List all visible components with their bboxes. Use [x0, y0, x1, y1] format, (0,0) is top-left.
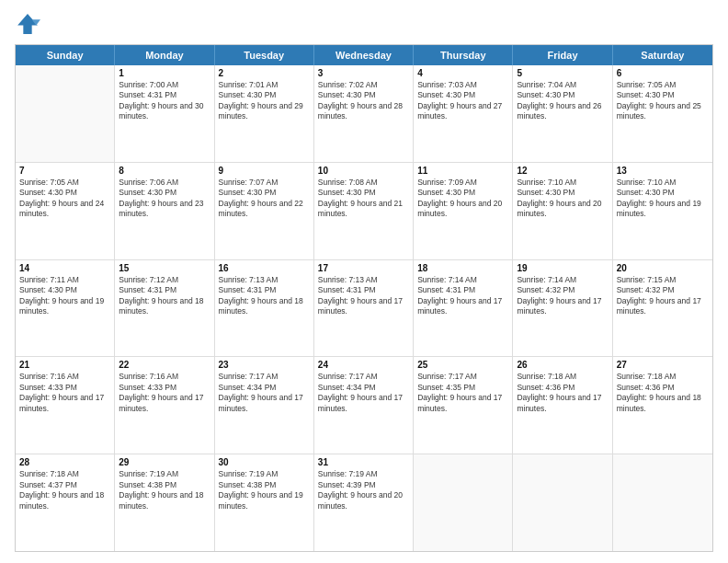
- daylight-text: Daylight: 9 hours and 22 minutes.: [219, 199, 310, 220]
- calendar-cell: 10Sunrise: 7:08 AMSunset: 4:30 PMDayligh…: [314, 163, 414, 259]
- calendar-cell: 17Sunrise: 7:13 AMSunset: 4:31 PMDayligh…: [314, 260, 414, 357]
- day-number: 1: [119, 68, 210, 78]
- sunrise-text: Sunrise: 7:10 AM: [617, 178, 709, 188]
- daylight-text: Daylight: 9 hours and 18 minutes.: [219, 296, 310, 317]
- day-number: 16: [219, 263, 310, 273]
- daylight-text: Daylight: 9 hours and 20 minutes.: [517, 199, 608, 220]
- day-number: 19: [517, 263, 608, 273]
- sunset-text: Sunset: 4:33 PM: [119, 383, 210, 393]
- calendar-cell: 7Sunrise: 7:05 AMSunset: 4:30 PMDaylight…: [16, 163, 115, 259]
- calendar-cell: 16Sunrise: 7:13 AMSunset: 4:31 PMDayligh…: [215, 260, 314, 357]
- sunset-text: Sunset: 4:37 PM: [19, 480, 110, 490]
- sunset-text: Sunset: 4:38 PM: [219, 480, 310, 490]
- calendar-cell: 25Sunrise: 7:17 AMSunset: 4:35 PMDayligh…: [414, 357, 513, 454]
- sunrise-text: Sunrise: 7:08 AM: [318, 178, 409, 188]
- sunset-text: Sunset: 4:30 PM: [617, 90, 709, 100]
- day-number: 10: [318, 166, 409, 176]
- day-number: 6: [617, 68, 709, 78]
- calendar-cell: 24Sunrise: 7:17 AMSunset: 4:34 PMDayligh…: [314, 357, 414, 454]
- day-header-monday: Monday: [115, 45, 214, 65]
- calendar-cell: 31Sunrise: 7:19 AMSunset: 4:39 PMDayligh…: [314, 454, 414, 551]
- day-header-wednesday: Wednesday: [314, 45, 414, 65]
- day-number: 24: [318, 360, 409, 370]
- day-number: 31: [318, 457, 409, 467]
- calendar-cell: 26Sunrise: 7:18 AMSunset: 4:36 PMDayligh…: [513, 357, 612, 454]
- sunrise-text: Sunrise: 7:06 AM: [119, 178, 210, 188]
- daylight-text: Daylight: 9 hours and 17 minutes.: [318, 393, 409, 414]
- sunset-text: Sunset: 4:36 PM: [617, 383, 709, 393]
- sunset-text: Sunset: 4:30 PM: [417, 90, 508, 100]
- calendar-cell: 18Sunrise: 7:14 AMSunset: 4:31 PMDayligh…: [414, 260, 513, 357]
- calendar-cell: 22Sunrise: 7:16 AMSunset: 4:33 PMDayligh…: [115, 357, 214, 454]
- header: [15, 11, 713, 37]
- sunset-text: Sunset: 4:31 PM: [318, 285, 409, 295]
- daylight-text: Daylight: 9 hours and 21 minutes.: [318, 199, 409, 220]
- day-number: 4: [417, 68, 508, 78]
- calendar-cell: [613, 454, 712, 551]
- daylight-text: Daylight: 9 hours and 17 minutes.: [617, 296, 709, 317]
- calendar-cell: 14Sunrise: 7:11 AMSunset: 4:30 PMDayligh…: [16, 260, 115, 357]
- calendar-cell: 29Sunrise: 7:19 AMSunset: 4:38 PMDayligh…: [115, 454, 214, 551]
- sunrise-text: Sunrise: 7:16 AM: [119, 372, 210, 382]
- day-number: 27: [617, 360, 709, 370]
- calendar-cell: [513, 454, 612, 551]
- daylight-text: Daylight: 9 hours and 23 minutes.: [119, 199, 210, 220]
- calendar-cell: 4Sunrise: 7:03 AMSunset: 4:30 PMDaylight…: [414, 65, 513, 162]
- sunrise-text: Sunrise: 7:02 AM: [318, 80, 409, 90]
- calendar-week-3: 14Sunrise: 7:11 AMSunset: 4:30 PMDayligh…: [16, 260, 712, 358]
- daylight-text: Daylight: 9 hours and 18 minutes.: [119, 490, 210, 511]
- day-number: 5: [517, 68, 608, 78]
- daylight-text: Daylight: 9 hours and 17 minutes.: [219, 393, 310, 414]
- day-number: 2: [219, 68, 310, 78]
- sunrise-text: Sunrise: 7:14 AM: [517, 275, 608, 285]
- sunset-text: Sunset: 4:30 PM: [517, 188, 608, 198]
- sunset-text: Sunset: 4:31 PM: [219, 285, 310, 295]
- daylight-text: Daylight: 9 hours and 28 minutes.: [318, 101, 409, 122]
- sunset-text: Sunset: 4:30 PM: [318, 90, 409, 100]
- sunset-text: Sunset: 4:30 PM: [219, 90, 310, 100]
- sunset-text: Sunset: 4:31 PM: [417, 285, 508, 295]
- day-number: 12: [517, 166, 608, 176]
- sunset-text: Sunset: 4:30 PM: [119, 188, 210, 198]
- sunrise-text: Sunrise: 7:19 AM: [219, 469, 310, 479]
- sunset-text: Sunset: 4:30 PM: [617, 188, 709, 198]
- day-header-thursday: Thursday: [414, 45, 513, 65]
- sunset-text: Sunset: 4:34 PM: [219, 383, 310, 393]
- daylight-text: Daylight: 9 hours and 24 minutes.: [19, 199, 110, 220]
- calendar-cell: 2Sunrise: 7:01 AMSunset: 4:30 PMDaylight…: [215, 65, 314, 162]
- day-header-saturday: Saturday: [613, 45, 712, 65]
- day-number: 7: [19, 166, 110, 176]
- day-number: 22: [119, 360, 210, 370]
- day-number: 13: [617, 166, 709, 176]
- day-number: 14: [19, 263, 110, 273]
- sunset-text: Sunset: 4:33 PM: [19, 383, 110, 393]
- day-number: 8: [119, 166, 210, 176]
- daylight-text: Daylight: 9 hours and 18 minutes.: [119, 296, 210, 317]
- sunset-text: Sunset: 4:32 PM: [517, 285, 608, 295]
- daylight-text: Daylight: 9 hours and 17 minutes.: [318, 296, 409, 317]
- day-header-tuesday: Tuesday: [215, 45, 314, 65]
- daylight-text: Daylight: 9 hours and 30 minutes.: [119, 101, 210, 122]
- sunrise-text: Sunrise: 7:18 AM: [19, 469, 110, 479]
- calendar-cell: 6Sunrise: 7:05 AMSunset: 4:30 PMDaylight…: [613, 65, 712, 162]
- day-number: 11: [417, 166, 508, 176]
- daylight-text: Daylight: 9 hours and 27 minutes.: [417, 101, 508, 122]
- calendar-week-4: 21Sunrise: 7:16 AMSunset: 4:33 PMDayligh…: [16, 357, 712, 454]
- calendar-cell: 8Sunrise: 7:06 AMSunset: 4:30 PMDaylight…: [115, 163, 214, 259]
- day-header-friday: Friday: [513, 45, 612, 65]
- calendar-cell: 20Sunrise: 7:15 AMSunset: 4:32 PMDayligh…: [613, 260, 712, 357]
- sunset-text: Sunset: 4:30 PM: [417, 188, 508, 198]
- sunset-text: Sunset: 4:30 PM: [219, 188, 310, 198]
- sunset-text: Sunset: 4:39 PM: [318, 480, 409, 490]
- sunrise-text: Sunrise: 7:01 AM: [219, 80, 310, 90]
- calendar-cell: [16, 65, 115, 162]
- sunset-text: Sunset: 4:34 PM: [318, 383, 409, 393]
- daylight-text: Daylight: 9 hours and 19 minutes.: [617, 199, 709, 220]
- calendar-cell: 12Sunrise: 7:10 AMSunset: 4:30 PMDayligh…: [513, 163, 612, 259]
- calendar-cell: 11Sunrise: 7:09 AMSunset: 4:30 PMDayligh…: [414, 163, 513, 259]
- sunrise-text: Sunrise: 7:10 AM: [517, 178, 608, 188]
- sunrise-text: Sunrise: 7:19 AM: [119, 469, 210, 479]
- sunset-text: Sunset: 4:30 PM: [19, 285, 110, 295]
- calendar-cell: 27Sunrise: 7:18 AMSunset: 4:36 PMDayligh…: [613, 357, 712, 454]
- calendar-header: SundayMondayTuesdayWednesdayThursdayFrid…: [16, 45, 712, 65]
